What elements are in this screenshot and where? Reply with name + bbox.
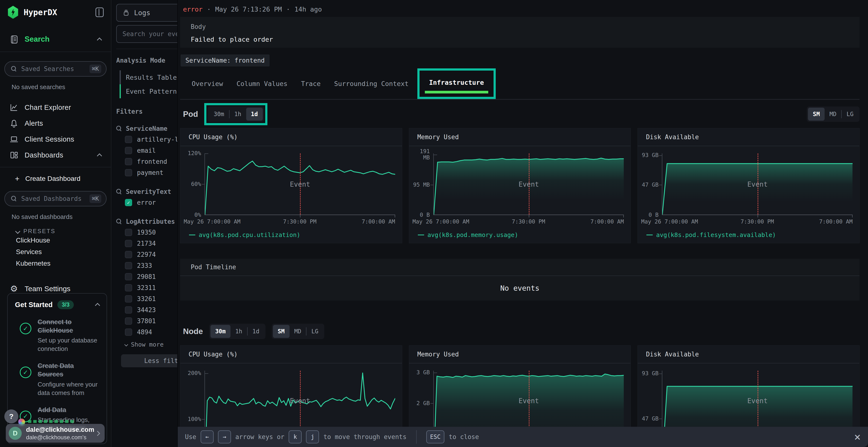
sidebar-item-clickhouse[interactable]: ClickHouse bbox=[0, 235, 111, 246]
timerange-1h[interactable]: 1h bbox=[229, 108, 246, 121]
tab-infrastructure[interactable]: Infrastructure bbox=[420, 71, 494, 97]
arrow-left-key[interactable]: ← bbox=[200, 431, 214, 443]
checkbox[interactable] bbox=[125, 273, 132, 280]
event-detail-pane: error · May 26 7:13:26 PM · 14h ago Body… bbox=[177, 0, 868, 447]
checkbox[interactable] bbox=[125, 284, 132, 291]
annotation-box-infrastructure-tab: Infrastructure bbox=[417, 68, 496, 99]
checkbox[interactable] bbox=[125, 317, 132, 325]
less-filters-button[interactable]: Less filters bbox=[121, 354, 177, 367]
filter-option[interactable]: 33261 bbox=[116, 294, 177, 304]
filter-option[interactable]: email bbox=[116, 145, 177, 156]
task-connect-clickhouse[interactable]: ✓ Connect to ClickHouse Set up your data… bbox=[15, 318, 99, 353]
chevron-up-icon[interactable] bbox=[97, 37, 102, 42]
mode-results-table[interactable]: Results Table bbox=[116, 70, 177, 84]
arrow-right-key[interactable]: → bbox=[218, 431, 231, 443]
saved-searches-input[interactable]: Saved Searches ⌘K bbox=[4, 61, 106, 77]
size-lg[interactable]: LG bbox=[306, 325, 323, 338]
pod-section-title: Pod bbox=[183, 110, 198, 119]
mode-event-patterns[interactable]: Event Patterns bbox=[116, 84, 177, 98]
size-sm-selected[interactable]: SM bbox=[273, 325, 289, 338]
size-sm-selected[interactable]: SM bbox=[808, 108, 825, 121]
show-more-button[interactable]: Show more bbox=[116, 341, 177, 348]
y-tick-label: 95 MB bbox=[412, 182, 430, 188]
checkbox[interactable] bbox=[125, 329, 132, 336]
saved-dashboards-input[interactable]: Saved Dashboards ⌘K bbox=[4, 191, 106, 206]
filter-option[interactable]: payment bbox=[116, 167, 177, 178]
sidebar-item-chart-explorer[interactable]: Chart Explorer bbox=[0, 100, 111, 115]
filter-option[interactable]: 29081 bbox=[116, 271, 177, 282]
sidebar-item-services[interactable]: Services bbox=[0, 246, 111, 258]
checkbox[interactable] bbox=[125, 251, 132, 258]
j-key[interactable]: j bbox=[306, 431, 319, 443]
timerange-1d-selected[interactable]: 1d bbox=[246, 108, 263, 121]
checkbox[interactable] bbox=[125, 158, 132, 165]
checkbox[interactable] bbox=[125, 169, 132, 176]
tab-trace[interactable]: Trace bbox=[294, 80, 327, 88]
filter-option[interactable]: 4894 bbox=[116, 326, 177, 338]
filter-option[interactable]: 37801 bbox=[116, 315, 177, 326]
filter-option[interactable]: 34423 bbox=[116, 304, 177, 315]
filter-option[interactable]: 2333 bbox=[116, 260, 177, 271]
chevron-up-icon[interactable] bbox=[97, 153, 102, 158]
filter-group-severitytext[interactable]: SeverityText bbox=[116, 186, 177, 197]
sidebar-item-dashboards[interactable]: Dashboards bbox=[0, 147, 111, 163]
timerange-1d[interactable]: 1d bbox=[248, 325, 264, 338]
tab-surrounding-context[interactable]: Surrounding Context bbox=[328, 80, 415, 88]
plot-area[interactable]: Event bbox=[662, 153, 852, 215]
size-md[interactable]: MD bbox=[825, 108, 841, 121]
user-menu[interactable]: D dale@clickhouse.com dale@clickhouse.co… bbox=[6, 424, 105, 443]
chevron-up-icon[interactable] bbox=[95, 303, 100, 308]
filter-option[interactable]: frontend bbox=[116, 156, 177, 167]
checkbox[interactable] bbox=[125, 240, 132, 247]
filter-option[interactable]: 32311 bbox=[116, 282, 177, 294]
filter-group-logattributes[interactable]: LogAttributes bbox=[116, 216, 177, 227]
servicename-chip[interactable]: ServiceName: frontend bbox=[181, 55, 270, 66]
y-tick-label: 0 B bbox=[412, 212, 430, 218]
tab-overview[interactable]: Overview bbox=[185, 80, 230, 88]
checkbox[interactable] bbox=[125, 262, 132, 269]
sidebar-item-label: Client Sessions bbox=[25, 135, 101, 143]
event-search-input[interactable] bbox=[116, 25, 177, 43]
y-tick-mark bbox=[659, 185, 662, 185]
sidebar-item-kubernetes[interactable]: Kubernetes bbox=[0, 258, 111, 269]
sidebar-item-search[interactable]: Search bbox=[0, 27, 111, 52]
checkbox-checked[interactable]: ✓ bbox=[125, 199, 132, 206]
node-timerange-control: 30m 1h 1d bbox=[209, 324, 266, 339]
esc-key[interactable]: ESC bbox=[426, 431, 444, 443]
filter-option[interactable]: 21734 bbox=[116, 238, 177, 249]
pod-charts-row: CPU Usage (%) 120%60%0% Event May 26 7:0… bbox=[180, 128, 860, 243]
size-md[interactable]: MD bbox=[289, 325, 306, 338]
checkbox[interactable] bbox=[125, 147, 132, 154]
source-selector-button[interactable]: Logs bbox=[116, 4, 177, 22]
timerange-30m-selected[interactable]: 30m bbox=[211, 325, 230, 338]
filter-option[interactable]: 19350 bbox=[116, 227, 177, 238]
checkbox[interactable] bbox=[125, 136, 132, 143]
checkbox[interactable] bbox=[125, 229, 132, 236]
filter-option-error[interactable]: ✓error bbox=[116, 197, 177, 208]
filter-option[interactable]: 22974 bbox=[116, 249, 177, 260]
timerange-30m[interactable]: 30m bbox=[209, 108, 229, 121]
timerange-1h[interactable]: 1h bbox=[230, 325, 247, 338]
divider bbox=[416, 430, 416, 444]
sidebar-collapse-icon[interactable] bbox=[95, 7, 104, 17]
filter-option[interactable]: artillery-loadgen bbox=[116, 134, 177, 145]
close-icon[interactable]: × bbox=[854, 431, 861, 442]
task-create-data-sources[interactable]: ✓ Create Data Sources Configure where yo… bbox=[15, 362, 99, 397]
presets-toggle[interactable]: PRESETS bbox=[16, 228, 111, 235]
create-dashboard-button[interactable]: + Create Dashboard bbox=[0, 171, 111, 187]
y-tick-mark bbox=[434, 154, 437, 155]
k-key[interactable]: k bbox=[289, 431, 302, 443]
get-started-header[interactable]: Get Started 3/3 bbox=[15, 300, 99, 309]
help-button[interactable]: ? bbox=[4, 409, 18, 423]
filter-group-servicename[interactable]: ServiceName bbox=[116, 123, 177, 134]
legend-swatch bbox=[189, 235, 195, 235]
checkbox[interactable] bbox=[125, 295, 132, 303]
checkbox[interactable] bbox=[125, 306, 132, 314]
tab-column-values[interactable]: Column Values bbox=[230, 80, 294, 88]
plot-area[interactable]: Event bbox=[433, 153, 624, 215]
plot-area[interactable]: Event bbox=[205, 153, 395, 215]
sidebar-item-client-sessions[interactable]: Client Sessions bbox=[0, 131, 111, 147]
brand-row: HyperDX bbox=[0, 0, 111, 25]
size-lg[interactable]: LG bbox=[842, 108, 858, 121]
sidebar-item-alerts[interactable]: Alerts bbox=[0, 115, 111, 131]
